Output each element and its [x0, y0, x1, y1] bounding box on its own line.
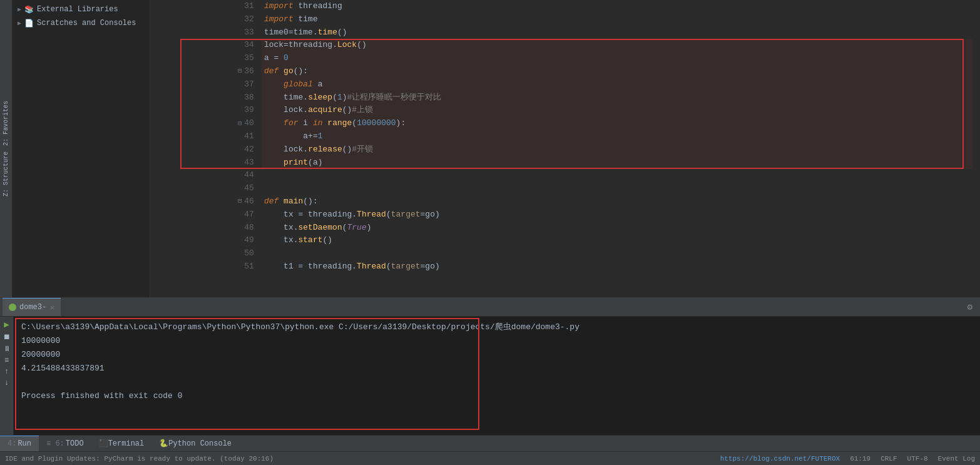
- code-line-49: 49 tx.start(): [150, 234, 972, 247]
- console-output-line-1: 10000000: [21, 334, 972, 348]
- status-url[interactable]: https://blog.csdn.net/FUTEROX: [720, 455, 840, 462]
- code-line-51: 51 t1 = threading.Thread(target=go): [150, 260, 972, 273]
- sidebar-label-scratches: Scratches and Consoles: [37, 19, 136, 28]
- code-line-38: 38 time.sleep(1)#让程序睡眠一秒便于对比: [150, 91, 972, 105]
- project-sidebar: ▶ 📚 External Libraries ▶ 📄 Scratches and…: [13, 0, 150, 297]
- run-list-button[interactable]: ≡: [4, 356, 9, 365]
- code-editor[interactable]: 31 import threading 32 import time 33 ti…: [150, 0, 972, 297]
- sidebar-item-scratches[interactable]: ▶ 📄 Scratches and Consoles: [13, 16, 150, 30]
- tab-python-console[interactable]: 🐍 Python Console: [151, 436, 239, 451]
- status-bar: IDE and Plugin Updates: PyCharm is ready…: [0, 451, 980, 465]
- code-line-33: 33 time0=time.time(): [150, 26, 972, 39]
- run-play-button[interactable]: ▶: [4, 319, 9, 330]
- code-content-area: 31 import threading 32 import time 33 ti…: [150, 0, 972, 297]
- status-line-ending[interactable]: CRLF: [880, 455, 897, 462]
- run-panel-body: ▶ ⏹ ⏸ ≡ ↑ ↓ C:\Users\a3139\AppData\Local…: [0, 317, 980, 435]
- tab-python-console-label: Python Console: [168, 439, 232, 448]
- editor-scrollbar[interactable]: [972, 0, 980, 297]
- code-table: 31 import threading 32 import time 33 ti…: [150, 0, 972, 273]
- code-line-48: 48 tx.setDaemon(True): [150, 222, 972, 235]
- status-right-info: https://blog.csdn.net/FUTEROX 61:19 CRLF…: [720, 455, 975, 462]
- status-encoding[interactable]: UTF-8: [907, 455, 928, 462]
- tab-run-num: 4:: [8, 439, 16, 448]
- expand-arrow-external: ▶: [18, 6, 21, 13]
- code-line-37: 37 global a: [150, 78, 972, 91]
- run-up-button[interactable]: ↑: [4, 367, 9, 376]
- tab-todo-num: ≡ 6:: [46, 439, 64, 448]
- run-tab-dome3[interactable]: dome3- ✕: [3, 298, 61, 316]
- code-line-31: 31 import threading: [150, 0, 972, 13]
- bottom-toolbar: 4: Run ≡ 6: TODO ⬛ Terminal 🐍 Python Con…: [0, 435, 980, 451]
- run-settings-icon[interactable]: ⚙: [962, 302, 977, 312]
- sidebar-label-external: External Libraries: [37, 5, 118, 14]
- code-line-34: 34 lock=threading.Lock(): [150, 39, 972, 52]
- code-line-36: ⊟36 def go():: [150, 65, 972, 78]
- code-line-35: 35 a = 0: [150, 52, 972, 65]
- left-panel-strip: 2: Favorites Z: Structure: [0, 0, 13, 297]
- run-tab-bar: dome3- ✕ ⚙: [0, 298, 980, 317]
- main-layout: 2: Favorites Z: Structure ▶ 📚 External L…: [0, 0, 980, 297]
- terminal-icon: ⬛: [99, 439, 108, 448]
- status-update-text: IDE and Plugin Updates: PyCharm is ready…: [5, 455, 720, 462]
- console-output-blank: [21, 376, 972, 389]
- code-line-44: 44: [150, 169, 972, 182]
- code-line-40: ⊟40 for i in range(10000000):: [150, 117, 972, 130]
- code-line-45: 45: [150, 182, 972, 195]
- run-tab-close[interactable]: ✕: [50, 304, 54, 312]
- code-line-47: 47 tx = threading.Thread(target=go): [150, 208, 972, 222]
- expand-arrow-scratches: ▶: [18, 19, 21, 27]
- run-tab-label: dome3-: [19, 303, 46, 312]
- tab-terminal-label: Terminal: [108, 439, 145, 448]
- run-down-button[interactable]: ↓: [4, 379, 9, 387]
- tab-todo-label: TODO: [66, 439, 84, 448]
- code-line-43: 43 print(a): [150, 156, 972, 170]
- run-stop-button[interactable]: ⏹: [3, 332, 11, 342]
- code-line-41: ⊟41 a+=1: [150, 130, 972, 143]
- console-output-line-2: 20000000: [21, 348, 972, 362]
- run-status-dot: [9, 304, 16, 311]
- tab-todo[interactable]: ≡ 6: TODO: [39, 436, 91, 451]
- library-icon: 📚: [24, 4, 34, 14]
- structure-panel-label[interactable]: Z: Structure: [3, 151, 9, 197]
- favorites-panel-label[interactable]: 2: Favorites: [3, 101, 9, 146]
- code-line-32: 32 import time: [150, 13, 972, 26]
- bottom-run-panel: dome3- ✕ ⚙ ▶ ⏹ ⏸ ≡ ↑ ↓ C:\Users\a3139\Ap…: [0, 297, 980, 435]
- code-line-50: 50: [150, 247, 972, 260]
- status-event-log[interactable]: Event Log: [938, 455, 975, 462]
- console-command-line: C:\Users\a3139\AppData\Local\Programs\Py…: [21, 320, 972, 334]
- scratch-icon: 📄: [24, 18, 34, 28]
- console-exit-line: Process finished with exit code 0: [21, 389, 972, 403]
- tab-run[interactable]: 4: Run: [0, 436, 39, 451]
- tab-terminal[interactable]: ⬛ Terminal: [91, 436, 152, 451]
- console-output-area: C:\Users\a3139\AppData\Local\Programs\Py…: [14, 317, 980, 435]
- run-pause-button[interactable]: ⏸: [3, 344, 11, 354]
- run-controls-strip: ▶ ⏹ ⏸ ≡ ↑ ↓: [0, 317, 14, 435]
- console-output-line-3: 4.215488433837891: [21, 362, 972, 376]
- status-position: 61:19: [850, 455, 870, 462]
- code-line-42: 42 lock.release()#开锁: [150, 143, 972, 156]
- python-icon: 🐍: [159, 439, 168, 448]
- code-line-46: ⊟46 def main():: [150, 195, 972, 208]
- sidebar-item-external-libraries[interactable]: ▶ 📚 External Libraries: [13, 3, 150, 16]
- code-line-39: 39 lock.acquire()#上锁: [150, 104, 972, 117]
- tab-run-label: Run: [18, 439, 31, 448]
